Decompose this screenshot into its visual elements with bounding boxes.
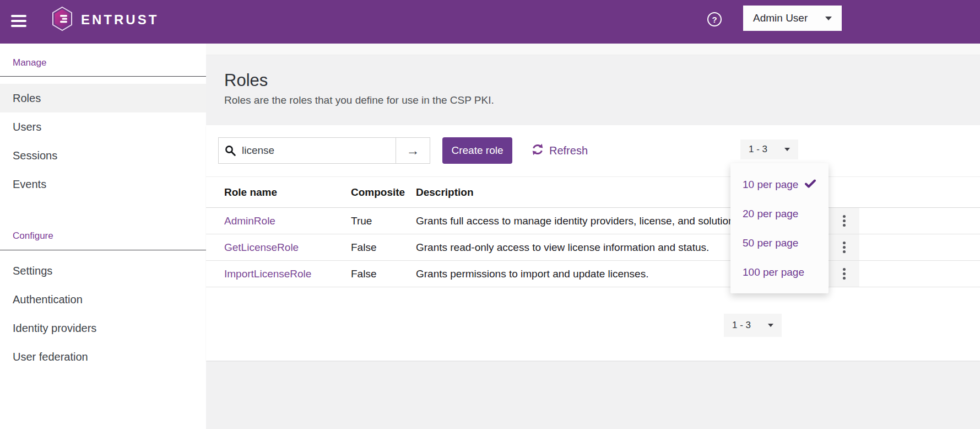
page-subtitle: Roles are the roles that you define for … bbox=[224, 94, 494, 106]
refresh-icon bbox=[531, 143, 544, 158]
hamburger-menu-icon[interactable] bbox=[11, 12, 30, 31]
kebab-icon bbox=[843, 268, 846, 280]
chevron-down-icon bbox=[784, 148, 790, 151]
table-row: AdminRole True Grants full access to man… bbox=[206, 208, 980, 234]
table-row: ImportLicenseRole False Grants permissio… bbox=[206, 261, 980, 287]
sidebar-item-users[interactable]: Users bbox=[0, 112, 206, 141]
sidebar-item-roles[interactable]: Roles bbox=[0, 84, 206, 112]
row-actions-button[interactable] bbox=[829, 261, 859, 287]
sidebar-divider bbox=[0, 76, 206, 77]
composite-value: True bbox=[351, 208, 416, 234]
column-header-actions bbox=[829, 177, 859, 207]
menu-item-100-per-page[interactable]: 100 per page bbox=[730, 258, 829, 287]
table-row: GetLicenseRole False Grants read-only ac… bbox=[206, 234, 980, 261]
brand-name: ENTRUST bbox=[81, 12, 159, 28]
kebab-icon bbox=[843, 215, 846, 227]
search-icon bbox=[219, 144, 242, 157]
entrust-logo-icon bbox=[51, 6, 74, 34]
sidebar-item-settings[interactable]: Settings bbox=[0, 256, 206, 285]
sidebar-item-events[interactable]: Events bbox=[0, 170, 206, 199]
brand: ENTRUST bbox=[51, 6, 159, 34]
main-content: Roles Roles are the roles that you defin… bbox=[206, 44, 980, 429]
user-menu-label: Admin User bbox=[753, 12, 808, 24]
pagination-toggle-bottom[interactable]: 1 - 3 bbox=[724, 314, 782, 337]
menu-item-label: 20 per page bbox=[743, 208, 798, 220]
per-page-menu: 10 per page 20 per page 50 per page 100 … bbox=[730, 163, 829, 293]
search-submit-button[interactable]: → bbox=[396, 138, 430, 163]
composite-value: False bbox=[351, 234, 416, 260]
kebab-icon bbox=[843, 242, 846, 253]
header-strip bbox=[206, 44, 980, 55]
menu-item-label: 100 per page bbox=[743, 266, 804, 278]
user-menu[interactable]: Admin User bbox=[743, 6, 842, 31]
row-spacer bbox=[859, 208, 980, 234]
menu-item-50-per-page[interactable]: 50 per page bbox=[730, 228, 829, 258]
roles-table: Role name Composite Description AdminRol… bbox=[206, 176, 980, 287]
row-spacer bbox=[859, 261, 980, 287]
menu-item-10-per-page[interactable]: 10 per page bbox=[730, 170, 829, 199]
column-header-role-name: Role name bbox=[206, 177, 351, 207]
app-root: ENTRUST ? Admin User Manage Roles Users … bbox=[0, 0, 980, 429]
pagination-toggle-top[interactable]: 1 - 3 bbox=[740, 140, 798, 159]
sidebar-section-configure: Configure bbox=[13, 230, 53, 242]
help-icon[interactable]: ? bbox=[707, 12, 722, 26]
menu-item-label: 10 per page bbox=[743, 179, 798, 191]
create-role-button[interactable]: Create role bbox=[442, 137, 512, 164]
chevron-down-icon bbox=[768, 324, 773, 327]
sidebar-item-user-federation[interactable]: User federation bbox=[0, 342, 206, 371]
sidebar-item-identity-providers[interactable]: Identity providers bbox=[0, 314, 206, 342]
search-box: → bbox=[218, 137, 430, 164]
chevron-down-icon bbox=[825, 17, 832, 20]
sidebar-section-manage: Manage bbox=[13, 57, 46, 68]
refresh-label: Refresh bbox=[549, 144, 588, 157]
table-header-row: Role name Composite Description bbox=[206, 176, 980, 208]
role-link-adminrole[interactable]: AdminRole bbox=[224, 215, 275, 227]
top-bar: ENTRUST ? Admin User bbox=[0, 0, 980, 44]
sidebar: Manage Roles Users Sessions Events Confi… bbox=[0, 44, 206, 429]
role-link-getlicenserole[interactable]: GetLicenseRole bbox=[224, 242, 299, 254]
pagination-range-bottom: 1 - 3 bbox=[732, 320, 751, 331]
sidebar-item-sessions[interactable]: Sessions bbox=[0, 141, 206, 170]
column-header-spacer bbox=[859, 177, 980, 207]
menu-item-label: 50 per page bbox=[743, 237, 798, 249]
page-title: Roles bbox=[224, 71, 268, 90]
search-input[interactable] bbox=[242, 138, 396, 163]
role-link-importlicenserole[interactable]: ImportLicenseRole bbox=[224, 268, 311, 280]
refresh-button[interactable]: Refresh bbox=[531, 137, 588, 164]
menu-item-20-per-page[interactable]: 20 per page bbox=[730, 199, 829, 228]
roles-card: → Create role Refresh 1 - 3 bbox=[206, 125, 980, 361]
check-icon bbox=[805, 179, 816, 191]
pagination-range: 1 - 3 bbox=[749, 144, 767, 155]
sidebar-divider bbox=[0, 250, 206, 250]
column-header-composite: Composite bbox=[351, 177, 416, 207]
sidebar-item-authentication[interactable]: Authentication bbox=[0, 285, 206, 314]
row-actions-button[interactable] bbox=[829, 234, 859, 260]
row-spacer bbox=[859, 234, 980, 260]
row-actions-button[interactable] bbox=[829, 208, 859, 234]
composite-value: False bbox=[351, 261, 416, 287]
